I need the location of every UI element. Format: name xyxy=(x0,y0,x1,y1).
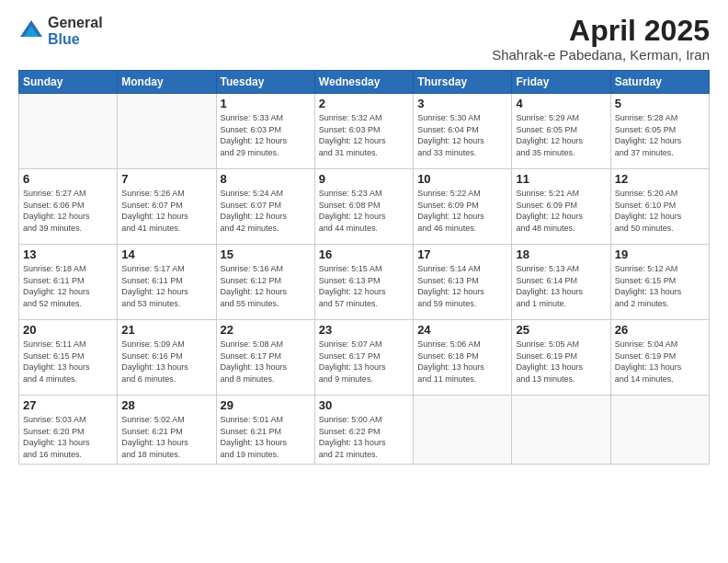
table-row: 12Sunrise: 5:20 AM Sunset: 6:10 PM Dayli… xyxy=(610,169,709,245)
table-row: 13Sunrise: 5:18 AM Sunset: 6:11 PM Dayli… xyxy=(19,245,118,320)
day-detail: Sunrise: 5:05 AM Sunset: 6:19 PM Dayligh… xyxy=(516,339,606,385)
day-number: 21 xyxy=(121,323,211,337)
col-monday: Monday xyxy=(118,71,216,94)
day-number: 29 xyxy=(221,398,311,412)
table-row xyxy=(118,94,216,169)
table-row xyxy=(414,396,512,465)
day-detail: Sunrise: 5:32 AM Sunset: 6:03 PM Dayligh… xyxy=(319,112,409,158)
col-saturday: Saturday xyxy=(610,71,709,94)
table-row: 28Sunrise: 5:02 AM Sunset: 6:21 PM Dayli… xyxy=(118,396,216,465)
day-number: 15 xyxy=(221,247,311,261)
day-detail: Sunrise: 5:00 AM Sunset: 6:22 PM Dayligh… xyxy=(319,414,409,460)
day-number: 14 xyxy=(121,247,211,261)
header-row: Sunday Monday Tuesday Wednesday Thursday… xyxy=(19,71,710,94)
day-detail: Sunrise: 5:30 AM Sunset: 6:04 PM Dayligh… xyxy=(417,112,507,158)
table-row: 11Sunrise: 5:21 AM Sunset: 6:09 PM Dayli… xyxy=(512,169,610,245)
day-number: 5 xyxy=(615,97,705,110)
day-detail: Sunrise: 5:07 AM Sunset: 6:17 PM Dayligh… xyxy=(319,339,409,385)
col-thursday: Thursday xyxy=(414,71,512,94)
day-number: 9 xyxy=(319,172,409,186)
day-number: 26 xyxy=(615,323,705,337)
page: General Blue April 2025 Shahrak-e Pabeda… xyxy=(0,0,728,563)
day-detail: Sunrise: 5:09 AM Sunset: 6:16 PM Dayligh… xyxy=(121,339,211,385)
col-wednesday: Wednesday xyxy=(314,71,413,94)
day-number: 22 xyxy=(221,323,311,337)
table-row: 16Sunrise: 5:15 AM Sunset: 6:13 PM Dayli… xyxy=(314,245,413,320)
table-row: 4Sunrise: 5:29 AM Sunset: 6:05 PM Daylig… xyxy=(512,94,610,169)
table-row: 8Sunrise: 5:24 AM Sunset: 6:07 PM Daylig… xyxy=(216,169,314,245)
table-row: 17Sunrise: 5:14 AM Sunset: 6:13 PM Dayli… xyxy=(414,245,512,320)
table-row: 26Sunrise: 5:04 AM Sunset: 6:19 PM Dayli… xyxy=(610,320,709,396)
logo: General Blue xyxy=(18,15,103,47)
day-number: 27 xyxy=(23,398,113,412)
day-detail: Sunrise: 5:18 AM Sunset: 6:11 PM Dayligh… xyxy=(23,263,113,309)
day-detail: Sunrise: 5:24 AM Sunset: 6:07 PM Dayligh… xyxy=(221,188,311,234)
table-row: 6Sunrise: 5:27 AM Sunset: 6:06 PM Daylig… xyxy=(19,169,118,245)
table-row: 30Sunrise: 5:00 AM Sunset: 6:22 PM Dayli… xyxy=(314,396,413,465)
table-row xyxy=(512,396,610,465)
calendar-table: Sunday Monday Tuesday Wednesday Thursday… xyxy=(18,70,710,465)
col-sunday: Sunday xyxy=(19,71,118,94)
table-row: 2Sunrise: 5:32 AM Sunset: 6:03 PM Daylig… xyxy=(314,94,413,169)
table-row: 23Sunrise: 5:07 AM Sunset: 6:17 PM Dayli… xyxy=(314,320,413,396)
day-detail: Sunrise: 5:28 AM Sunset: 6:05 PM Dayligh… xyxy=(615,112,705,158)
logo-text: General Blue xyxy=(48,15,103,47)
day-detail: Sunrise: 5:20 AM Sunset: 6:10 PM Dayligh… xyxy=(615,188,705,234)
table-row: 1Sunrise: 5:33 AM Sunset: 6:03 PM Daylig… xyxy=(216,94,314,169)
table-row: 25Sunrise: 5:05 AM Sunset: 6:19 PM Dayli… xyxy=(512,320,610,396)
day-detail: Sunrise: 5:15 AM Sunset: 6:13 PM Dayligh… xyxy=(319,263,409,309)
table-row: 21Sunrise: 5:09 AM Sunset: 6:16 PM Dayli… xyxy=(118,320,216,396)
day-number: 24 xyxy=(417,323,507,337)
day-number: 2 xyxy=(319,97,409,110)
day-number: 23 xyxy=(319,323,409,337)
logo-icon xyxy=(18,18,44,44)
col-tuesday: Tuesday xyxy=(216,71,314,94)
title-block: April 2025 Shahrak-e Pabedana, Kerman, I… xyxy=(492,15,710,63)
table-row: 3Sunrise: 5:30 AM Sunset: 6:04 PM Daylig… xyxy=(414,94,512,169)
day-number: 8 xyxy=(221,172,311,186)
day-number: 28 xyxy=(121,398,211,412)
table-row: 22Sunrise: 5:08 AM Sunset: 6:17 PM Dayli… xyxy=(216,320,314,396)
day-number: 18 xyxy=(516,247,606,261)
day-detail: Sunrise: 5:03 AM Sunset: 6:20 PM Dayligh… xyxy=(23,414,113,460)
table-row: 14Sunrise: 5:17 AM Sunset: 6:11 PM Dayli… xyxy=(118,245,216,320)
table-row: 7Sunrise: 5:26 AM Sunset: 6:07 PM Daylig… xyxy=(118,169,216,245)
day-number: 20 xyxy=(23,323,113,337)
day-number: 16 xyxy=(319,247,409,261)
day-number: 13 xyxy=(23,247,113,261)
table-row xyxy=(610,396,709,465)
logo-blue: Blue xyxy=(48,31,103,48)
table-row: 5Sunrise: 5:28 AM Sunset: 6:05 PM Daylig… xyxy=(610,94,709,169)
day-detail: Sunrise: 5:26 AM Sunset: 6:07 PM Dayligh… xyxy=(121,188,211,234)
table-row: 18Sunrise: 5:13 AM Sunset: 6:14 PM Dayli… xyxy=(512,245,610,320)
table-row: 27Sunrise: 5:03 AM Sunset: 6:20 PM Dayli… xyxy=(19,396,118,465)
day-number: 12 xyxy=(615,172,705,186)
table-row: 24Sunrise: 5:06 AM Sunset: 6:18 PM Dayli… xyxy=(414,320,512,396)
day-detail: Sunrise: 5:17 AM Sunset: 6:11 PM Dayligh… xyxy=(121,263,211,309)
day-detail: Sunrise: 5:33 AM Sunset: 6:03 PM Dayligh… xyxy=(221,112,311,158)
day-number: 7 xyxy=(121,172,211,186)
day-number: 25 xyxy=(516,323,606,337)
day-number: 19 xyxy=(615,247,705,261)
day-number: 11 xyxy=(516,172,606,186)
day-number: 6 xyxy=(23,172,113,186)
day-detail: Sunrise: 5:12 AM Sunset: 6:15 PM Dayligh… xyxy=(615,263,705,309)
day-detail: Sunrise: 5:21 AM Sunset: 6:09 PM Dayligh… xyxy=(516,188,606,234)
day-detail: Sunrise: 5:01 AM Sunset: 6:21 PM Dayligh… xyxy=(221,414,311,460)
day-number: 30 xyxy=(319,398,409,412)
day-detail: Sunrise: 5:27 AM Sunset: 6:06 PM Dayligh… xyxy=(23,188,113,234)
table-row: 19Sunrise: 5:12 AM Sunset: 6:15 PM Dayli… xyxy=(610,245,709,320)
month-title: April 2025 xyxy=(492,15,710,47)
col-friday: Friday xyxy=(512,71,610,94)
table-row: 10Sunrise: 5:22 AM Sunset: 6:09 PM Dayli… xyxy=(414,169,512,245)
location-subtitle: Shahrak-e Pabedana, Kerman, Iran xyxy=(492,47,710,63)
day-detail: Sunrise: 5:08 AM Sunset: 6:17 PM Dayligh… xyxy=(221,339,311,385)
day-number: 4 xyxy=(516,97,606,110)
day-detail: Sunrise: 5:06 AM Sunset: 6:18 PM Dayligh… xyxy=(417,339,507,385)
logo-general: General xyxy=(48,15,103,31)
day-detail: Sunrise: 5:11 AM Sunset: 6:15 PM Dayligh… xyxy=(23,339,113,385)
day-number: 1 xyxy=(221,97,311,110)
day-detail: Sunrise: 5:23 AM Sunset: 6:08 PM Dayligh… xyxy=(319,188,409,234)
day-detail: Sunrise: 5:22 AM Sunset: 6:09 PM Dayligh… xyxy=(417,188,507,234)
table-row xyxy=(19,94,118,169)
